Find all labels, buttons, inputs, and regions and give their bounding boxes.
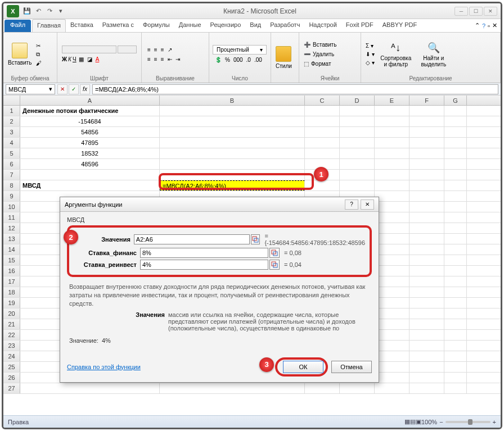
number-format-dropdown[interactable]: Процентный▾ bbox=[213, 45, 267, 55]
clear-icon[interactable]: ◇ ▾ bbox=[364, 59, 376, 66]
underline-icon[interactable]: Ч bbox=[73, 56, 76, 62]
font-box[interactable] bbox=[62, 46, 116, 53]
border-icon[interactable]: ▦ bbox=[78, 56, 85, 63]
align-left-icon[interactable]: ≡ bbox=[146, 56, 152, 63]
currency-icon[interactable]: 💲 bbox=[214, 56, 223, 63]
align-right-icon[interactable]: ≡ bbox=[160, 56, 165, 63]
insert-cells-button[interactable]: ➕ Вставить bbox=[303, 40, 339, 49]
cancel-button[interactable]: Отмена bbox=[331, 361, 372, 373]
fx-icon[interactable]: fx bbox=[80, 84, 90, 94]
range-select-icon[interactable] bbox=[269, 260, 280, 270]
tab-view[interactable]: Вид bbox=[245, 19, 266, 32]
italic-icon[interactable]: К bbox=[68, 56, 71, 62]
minimize-ribbon-icon[interactable]: ⌃ bbox=[475, 22, 480, 29]
zoom-out-icon[interactable]: − bbox=[439, 419, 443, 425]
percent-icon[interactable]: % bbox=[224, 56, 231, 63]
row-header[interactable]: 4 bbox=[3, 138, 20, 148]
tab-formulas[interactable]: Формулы bbox=[138, 19, 174, 32]
zoom-in-icon[interactable]: + bbox=[493, 419, 496, 425]
cell-a3[interactable]: 54856 bbox=[20, 127, 160, 137]
select-all-corner[interactable] bbox=[3, 96, 20, 105]
save-icon[interactable]: 💾 bbox=[22, 7, 32, 16]
fill-icon[interactable]: ⬇ ▾ bbox=[364, 51, 376, 58]
align-mid-icon[interactable]: ≡ bbox=[153, 46, 159, 53]
view-pagebreak-icon[interactable]: ▣ bbox=[416, 418, 421, 425]
comma-icon[interactable]: 000 bbox=[232, 56, 244, 63]
tab-review[interactable]: Рецензиро bbox=[206, 19, 246, 32]
cell-a8[interactable]: МВСД bbox=[20, 180, 160, 190]
tab-developer[interactable]: Разработч bbox=[266, 19, 304, 32]
cell-a1[interactable]: Денежные потоки фактические bbox=[20, 106, 160, 116]
tab-addins[interactable]: Надстрой bbox=[304, 19, 341, 32]
row-header[interactable]: 2 bbox=[3, 116, 20, 126]
close-button[interactable]: ✕ bbox=[484, 7, 497, 16]
dialog-help-button[interactable]: ? bbox=[345, 199, 358, 210]
row-header[interactable]: 8 bbox=[3, 180, 20, 190]
arg-finance-input[interactable] bbox=[140, 248, 268, 258]
find-select-button[interactable]: 🔍 Найти и выделить bbox=[416, 40, 451, 69]
styles-button[interactable]: Стили bbox=[274, 45, 293, 70]
col-header-e[interactable]: E bbox=[375, 96, 410, 105]
minimize-button[interactable]: ─ bbox=[454, 7, 468, 16]
namebox-dropdown-icon[interactable]: ▾ bbox=[49, 85, 52, 93]
arg-values-input[interactable] bbox=[134, 234, 250, 244]
range-select-icon[interactable] bbox=[269, 248, 280, 258]
redo-icon[interactable]: ↷ bbox=[45, 7, 54, 16]
worksheet-grid[interactable]: A B C D E F G 1Денежные потоки фактическ… bbox=[3, 96, 501, 410]
cell-a5[interactable]: 18532 bbox=[20, 148, 160, 158]
dec-decimal-icon[interactable]: .00 bbox=[253, 56, 263, 63]
fill-color-icon[interactable]: ◪ bbox=[86, 56, 93, 63]
align-center-icon[interactable]: ≡ bbox=[153, 56, 159, 63]
dialog-close-button[interactable]: ✕ bbox=[361, 199, 374, 210]
col-header-f[interactable]: F bbox=[410, 96, 444, 105]
tab-data[interactable]: Данные bbox=[174, 19, 206, 32]
copy-icon[interactable]: ⧉ bbox=[35, 51, 43, 58]
cell-a6[interactable]: 48596 bbox=[20, 159, 160, 169]
ok-button[interactable]: ОК bbox=[283, 361, 323, 373]
row-header[interactable]: 6 bbox=[3, 159, 20, 169]
view-normal-icon[interactable]: ▦ bbox=[404, 418, 410, 425]
row-header[interactable]: 9 bbox=[3, 191, 20, 201]
delete-cells-button[interactable]: ➖ Удалить bbox=[303, 50, 339, 58]
col-header-c[interactable]: C bbox=[305, 96, 340, 105]
undo-icon[interactable]: ↶ bbox=[34, 7, 43, 16]
tab-layout[interactable]: Разметка с bbox=[98, 19, 138, 32]
help-icon[interactable]: ? bbox=[482, 22, 485, 29]
font-color-icon[interactable]: A bbox=[94, 56, 101, 63]
cell-a2[interactable]: -154684 bbox=[20, 116, 160, 126]
align-top-icon[interactable]: ≡ bbox=[146, 46, 152, 53]
formula-bar[interactable]: =МВСД(A2:A6;8%;4%) bbox=[92, 84, 498, 94]
format-painter-icon[interactable]: 🖌 bbox=[35, 60, 43, 67]
font-size-box[interactable] bbox=[118, 46, 137, 53]
dialog-titlebar[interactable]: Аргументы функции ? ✕ bbox=[60, 197, 379, 212]
inc-decimal-icon[interactable]: .0 bbox=[245, 56, 252, 63]
zoom-control[interactable]: 100% − + bbox=[421, 419, 496, 425]
format-cells-button[interactable]: ⬚ Формат bbox=[303, 60, 339, 68]
col-header-a[interactable]: A bbox=[20, 96, 160, 105]
cell-b8-active[interactable]: =МВСД(A2:A6;8%;4%) bbox=[160, 180, 305, 190]
row-header[interactable]: 3 bbox=[3, 127, 20, 137]
tab-file[interactable]: Файл bbox=[4, 20, 31, 32]
window-close-icon[interactable]: ✕ bbox=[492, 22, 497, 29]
qat-dropdown-icon[interactable]: ▾ bbox=[56, 7, 65, 16]
tab-insert[interactable]: Вставка bbox=[66, 19, 98, 32]
help-link[interactable]: Справка по этой функции bbox=[67, 364, 141, 370]
window-restore-icon[interactable]: ▫ bbox=[488, 22, 490, 29]
autosum-icon[interactable]: Σ ▾ bbox=[364, 42, 376, 49]
row-header[interactable]: 1 bbox=[3, 106, 20, 116]
enter-formula-icon[interactable]: ✓ bbox=[69, 84, 79, 94]
row-header[interactable]: 7 bbox=[3, 170, 20, 180]
tab-foxit[interactable]: Foxit PDF bbox=[341, 19, 378, 32]
maximize-button[interactable]: ☐ bbox=[469, 7, 483, 16]
cancel-formula-icon[interactable]: ✕ bbox=[57, 84, 68, 94]
tab-home[interactable]: Главная bbox=[32, 19, 66, 32]
align-bot-icon[interactable]: ≡ bbox=[160, 46, 165, 53]
orientation-icon[interactable]: ↗ bbox=[166, 46, 173, 53]
col-header-d[interactable]: D bbox=[340, 96, 375, 105]
name-box[interactable]: МВСД▾ bbox=[6, 84, 55, 94]
sort-filter-button[interactable]: ᴬ↓ Сортировка и фильтр bbox=[378, 40, 414, 69]
zoom-slider[interactable] bbox=[446, 421, 490, 423]
col-header-b[interactable]: B bbox=[160, 96, 305, 105]
row-header[interactable]: 5 bbox=[3, 148, 20, 158]
bold-icon[interactable]: Ж bbox=[62, 56, 67, 62]
